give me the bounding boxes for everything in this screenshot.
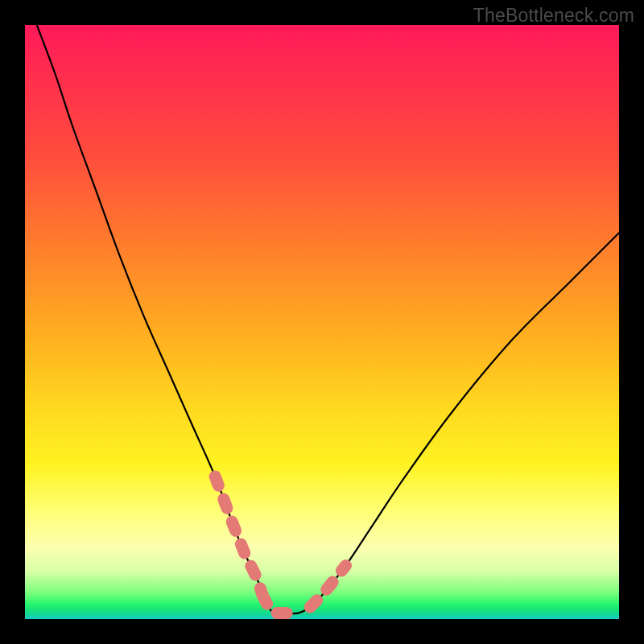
curve-layer (25, 25, 619, 619)
marker-valley-floor (262, 596, 298, 613)
plot-area (25, 25, 619, 619)
highlight-markers (215, 477, 345, 613)
marker-right-slope (310, 566, 345, 608)
marker-left-slope (215, 477, 262, 596)
watermark-label: TheBottleneck.com (473, 5, 634, 27)
chart-frame: TheBottleneck.com (0, 0, 644, 644)
bottleneck-curve (37, 25, 619, 613)
